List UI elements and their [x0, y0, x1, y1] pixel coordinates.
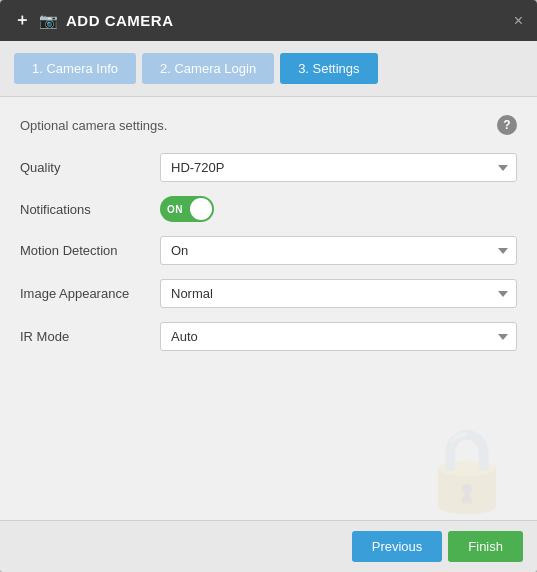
step2-button[interactable]: 2. Camera Login [142, 53, 274, 84]
previous-button[interactable]: Previous [352, 531, 443, 562]
quality-row: Quality HD-720P SD-480P HD-1080P [20, 153, 517, 182]
motion-detection-select[interactable]: On Off [160, 236, 517, 265]
notifications-label: Notifications [20, 202, 160, 217]
notifications-control: ON [160, 196, 517, 222]
toggle-on-label: ON [167, 204, 183, 215]
ir-mode-row: IR Mode Auto On Off [20, 322, 517, 351]
notifications-row: Notifications ON [20, 196, 517, 222]
image-appearance-label: Image Appearance [20, 286, 160, 301]
watermark: 🔒 [417, 430, 517, 510]
add-camera-modal: ＋ 📷 ADD CAMERA × 1. Camera Info 2. Camer… [0, 0, 537, 572]
modal-body: Optional camera settings. ? Quality HD-7… [0, 97, 537, 520]
motion-detection-control: On Off [160, 236, 517, 265]
quality-control: HD-720P SD-480P HD-1080P [160, 153, 517, 182]
step1-button[interactable]: 1. Camera Info [14, 53, 136, 84]
title-text: ADD CAMERA [66, 12, 174, 29]
ir-mode-label: IR Mode [20, 329, 160, 344]
camera-icon: 📷 [39, 12, 59, 30]
image-appearance-row: Image Appearance Normal Vivid Muted [20, 279, 517, 308]
finish-button[interactable]: Finish [448, 531, 523, 562]
quality-label: Quality [20, 160, 160, 175]
add-icon: ＋ [14, 10, 31, 31]
steps-bar: 1. Camera Info 2. Camera Login 3. Settin… [0, 41, 537, 97]
modal-title: ＋ 📷 ADD CAMERA [14, 10, 174, 31]
close-button[interactable]: × [514, 13, 523, 29]
image-appearance-control: Normal Vivid Muted [160, 279, 517, 308]
notifications-toggle[interactable]: ON [160, 196, 214, 222]
ir-mode-control: Auto On Off [160, 322, 517, 351]
motion-detection-row: Motion Detection On Off [20, 236, 517, 265]
step3-button[interactable]: 3. Settings [280, 53, 377, 84]
modal-header: ＋ 📷 ADD CAMERA × [0, 0, 537, 41]
optional-text: Optional camera settings. [20, 118, 167, 133]
toggle-slider: ON [160, 196, 214, 222]
ir-mode-select[interactable]: Auto On Off [160, 322, 517, 351]
quality-select[interactable]: HD-720P SD-480P HD-1080P [160, 153, 517, 182]
optional-text-row: Optional camera settings. ? [20, 115, 517, 135]
help-icon[interactable]: ? [497, 115, 517, 135]
motion-detection-label: Motion Detection [20, 243, 160, 258]
modal-footer: Previous Finish [0, 520, 537, 572]
image-appearance-select[interactable]: Normal Vivid Muted [160, 279, 517, 308]
